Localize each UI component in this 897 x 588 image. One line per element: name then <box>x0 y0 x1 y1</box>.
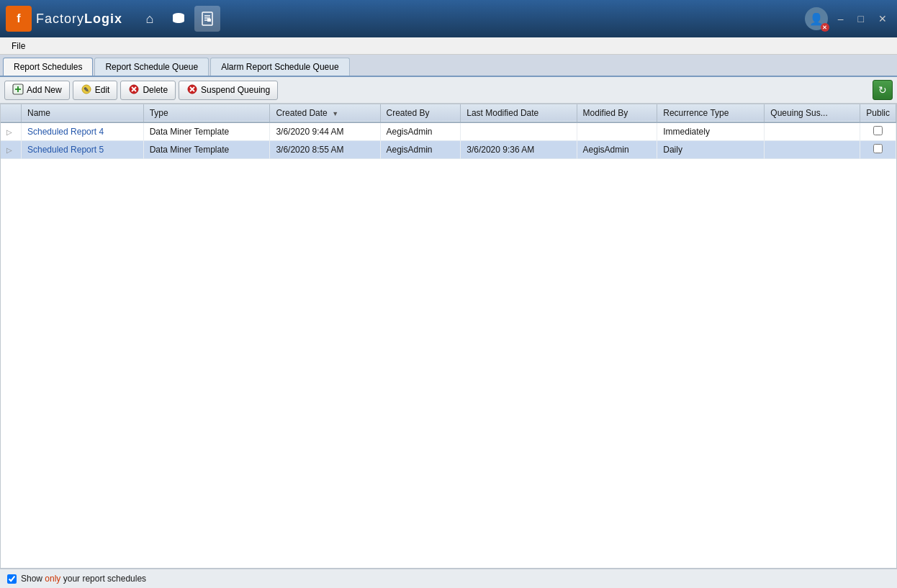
home-nav-icon[interactable]: ⌂ <box>137 6 163 32</box>
tab-report-schedule-queue[interactable]: Report Schedule Queue <box>94 58 209 76</box>
row2-created-by-cell: AegisAdmin <box>380 141 461 159</box>
suspend-queuing-button[interactable]: Suspend Queuing <box>179 81 278 100</box>
add-new-label: Add New <box>27 85 62 95</box>
row1-recurrence-type-cell: Immediately <box>657 122 765 141</box>
suspend-queuing-label: Suspend Queuing <box>201 85 270 95</box>
app-logo: f <box>6 6 32 32</box>
menu-bar: File <box>0 37 897 55</box>
th-last-modified-date[interactable]: Last Modified Date <box>461 104 577 122</box>
main-content: Report Schedules Report Schedule Queue A… <box>0 55 897 588</box>
database-nav-icon[interactable] <box>166 6 191 32</box>
refresh-icon: ↻ <box>878 84 887 96</box>
edit-label: Edit <box>95 85 110 95</box>
th-type[interactable]: Type <box>143 104 270 122</box>
title-bar-controls: 👤 ✕ – □ ✕ <box>805 7 891 30</box>
close-button[interactable]: ✕ <box>874 12 891 26</box>
logo-letter: f <box>17 12 20 25</box>
row2-recurrence-type-cell: Daily <box>657 141 765 159</box>
table-row[interactable]: ▷ Scheduled Report 5 Data Miner Template… <box>1 141 896 159</box>
row2-created-date-cell: 3/6/2020 8:55 AM <box>270 141 380 159</box>
row2-expand-icon[interactable]: ▷ <box>6 146 12 154</box>
th-recurrence-type[interactable]: Recurrence Type <box>657 104 765 122</box>
row2-modified-by-cell: AegisAdmin <box>577 141 657 159</box>
row2-expand-cell: ▷ <box>1 141 22 159</box>
delete-label: Delete <box>143 85 168 95</box>
th-select <box>1 104 22 122</box>
file-menu[interactable]: File <box>6 40 31 53</box>
user-avatar[interactable]: 👤 ✕ <box>805 7 828 30</box>
row2-last-modified-date-cell: 3/6/2020 9:36 AM <box>461 141 577 159</box>
row1-name-cell: Scheduled Report 4 <box>22 122 144 141</box>
th-public[interactable]: Public <box>860 104 896 122</box>
nav-icons: ⌂ <box>137 6 220 32</box>
sort-icon-created-date: ▼ <box>332 110 338 117</box>
th-modified-by[interactable]: Modified By <box>577 104 657 122</box>
user-badge: ✕ <box>821 23 829 32</box>
row1-created-date-cell: 3/6/2020 9:44 AM <box>270 122 380 141</box>
row1-public-cell <box>860 122 896 141</box>
row1-queuing-sus-cell <box>765 122 860 141</box>
bottom-bar: Show only your report schedules <box>0 569 897 588</box>
edit-icon: ✎ <box>81 83 92 97</box>
row1-public-checkbox[interactable] <box>873 126 883 135</box>
tab-bar: Report Schedules Report Schedule Queue A… <box>0 55 897 77</box>
show-only-my-schedules-checkbox[interactable] <box>7 574 17 584</box>
data-table-container: Name Type Created Date ▼ Created By Last… <box>0 104 897 569</box>
row1-modified-by-cell <box>577 122 657 141</box>
table-header-row: Name Type Created Date ▼ Created By Last… <box>1 104 896 122</box>
title-bar: f FactoryLogix ⌂ 👤 ✕ – <box>0 0 897 37</box>
add-new-icon <box>12 83 24 97</box>
row2-type-cell: Data Miner Template <box>143 141 270 159</box>
svg-text:✎: ✎ <box>84 86 89 94</box>
row1-last-modified-date-cell <box>461 122 577 141</box>
row1-expand-icon[interactable]: ▷ <box>6 128 12 136</box>
minimize-button[interactable]: – <box>834 12 848 26</box>
row1-expand-cell: ▷ <box>1 122 22 141</box>
tab-alarm-report-schedule-queue[interactable]: Alarm Report Schedule Queue <box>210 58 349 76</box>
edit-button[interactable]: ✎ Edit <box>73 81 118 100</box>
table-row[interactable]: ▷ Scheduled Report 4 Data Miner Template… <box>1 122 896 141</box>
row2-public-checkbox[interactable] <box>873 144 883 153</box>
th-created-by[interactable]: Created By <box>380 104 461 122</box>
maximize-button[interactable]: □ <box>854 12 868 26</box>
add-new-button[interactable]: Add New <box>4 81 70 100</box>
report-nav-icon[interactable] <box>194 6 220 32</box>
th-name[interactable]: Name <box>22 104 144 122</box>
svg-rect-5 <box>207 19 211 22</box>
refresh-button[interactable]: ↻ <box>873 80 893 100</box>
row2-queuing-sus-cell <box>765 141 860 159</box>
row1-created-by-cell: AegisAdmin <box>380 122 461 141</box>
app-title: FactoryLogix <box>36 12 122 27</box>
suspend-queuing-icon <box>186 83 198 97</box>
th-created-date[interactable]: Created Date ▼ <box>270 104 380 122</box>
row2-name-cell: Scheduled Report 5 <box>22 141 144 159</box>
row2-name-link[interactable]: Scheduled Report 5 <box>27 145 104 155</box>
show-only-label: Show only your report schedules <box>21 574 146 584</box>
toolbar: Add New ✎ Edit Delete <box>0 77 897 104</box>
delete-button[interactable]: Delete <box>120 81 176 100</box>
row2-public-cell <box>860 141 896 159</box>
th-queuing-sus[interactable]: Queuing Sus... <box>765 104 860 122</box>
row1-name-link[interactable]: Scheduled Report 4 <box>27 127 104 137</box>
tab-report-schedules[interactable]: Report Schedules <box>3 58 93 76</box>
schedules-table: Name Type Created Date ▼ Created By Last… <box>1 104 896 159</box>
delete-icon <box>128 83 140 97</box>
row1-type-cell: Data Miner Template <box>143 122 270 141</box>
